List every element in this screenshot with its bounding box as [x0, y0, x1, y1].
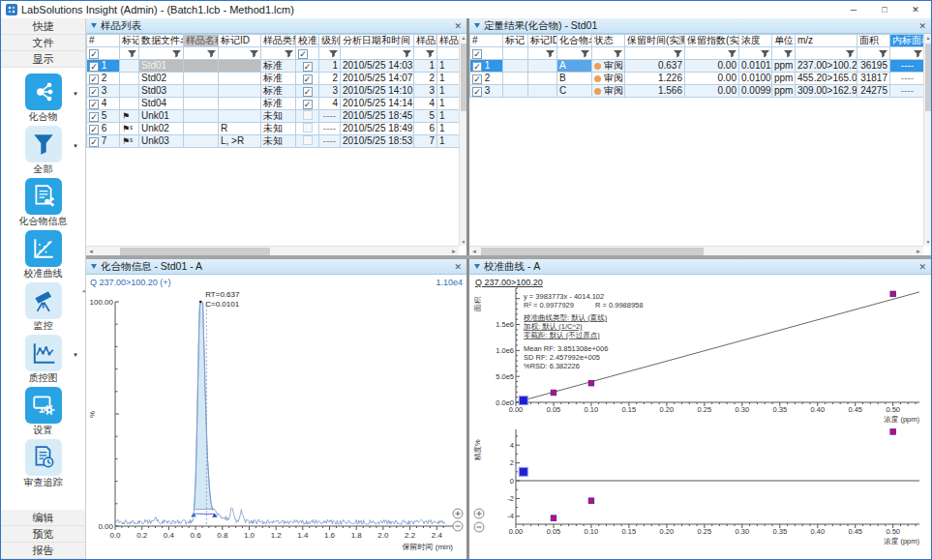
- checkbox[interactable]: [89, 87, 99, 97]
- row-select-cell[interactable]: 7: [87, 135, 120, 148]
- column-header[interactable]: 保留时间(实测): [625, 35, 685, 47]
- checkbox[interactable]: [303, 100, 313, 109]
- sidebar-menu-3[interactable]: 显示: [1, 51, 85, 68]
- scroll-left-icon[interactable]: ◄: [469, 247, 479, 255]
- scroll-down-icon[interactable]: ▼: [924, 238, 931, 246]
- sidebar-tool-化合物[interactable]: ▼化合物: [1, 74, 85, 123]
- filter-cell[interactable]: [296, 47, 319, 60]
- sidebar-collapse-arrow[interactable]: ◂: [81, 287, 85, 295]
- checkbox[interactable]: [303, 87, 313, 97]
- mark-id-cell[interactable]: R: [219, 123, 261, 135]
- column-header[interactable]: 样品名称: [184, 35, 219, 47]
- accuracy-point-selected[interactable]: [519, 467, 527, 476]
- checkbox[interactable]: [89, 49, 99, 59]
- mark-id-cell[interactable]: [219, 98, 261, 110]
- sample-row[interactable]: 7⚑ˢUnk03L, >R未知----2010/5/25 18:53:2171: [87, 135, 460, 148]
- filter-cell[interactable]: [685, 47, 739, 60]
- column-header[interactable]: 分析日期和时间: [341, 35, 414, 47]
- scroll-right-icon[interactable]: ►: [914, 247, 923, 255]
- column-header[interactable]: 化合物名称: [557, 35, 592, 47]
- sidebar-tool-校准曲线[interactable]: 校准曲线: [1, 230, 85, 280]
- collapse-icon[interactable]: [91, 264, 97, 269]
- vertical-splitter[interactable]: [466, 18, 469, 559]
- sidebar-menu-2[interactable]: 文件: [1, 35, 85, 51]
- sample-row[interactable]: 4Std04标准42010/5/25 14:14:2141: [87, 98, 460, 110]
- mark-id-cell[interactable]: [219, 110, 261, 123]
- filter-cell[interactable]: [319, 47, 341, 60]
- panel-close-icon[interactable]: ✕: [454, 21, 462, 31]
- column-header[interactable]: 面积: [857, 35, 890, 47]
- sidebar-menu-bottom-1[interactable]: 编辑: [1, 510, 85, 526]
- scroll-left-icon[interactable]: ◄: [86, 247, 96, 255]
- panel-close-icon[interactable]: ✕: [454, 262, 462, 272]
- row-select-cell[interactable]: 2: [87, 73, 120, 85]
- checkbox[interactable]: [89, 112, 99, 122]
- calibration-point[interactable]: [890, 291, 896, 297]
- zoom-in-button[interactable]: [453, 509, 463, 518]
- row-select-cell[interactable]: 3: [470, 85, 503, 98]
- compound-cell[interactable]: C: [557, 85, 592, 98]
- checkbox[interactable]: [303, 135, 313, 145]
- filter-cell[interactable]: [261, 47, 296, 60]
- sample-list-hscrollbar[interactable]: ◄►: [86, 246, 459, 255]
- filter-cell[interactable]: [625, 47, 685, 60]
- istd-area-cell[interactable]: ----: [890, 60, 925, 73]
- sidebar-menu-bottom-3[interactable]: 报告: [1, 543, 85, 559]
- column-header[interactable]: 标记ID: [528, 35, 557, 47]
- sample-row[interactable]: 2Std02标准22010/5/25 14:07:0021: [87, 73, 460, 85]
- data-file-cell[interactable]: Std02: [139, 73, 184, 85]
- filter-cell[interactable]: [739, 47, 772, 60]
- chevron-down-icon[interactable]: ▼: [73, 91, 78, 97]
- close-button[interactable]: ✕: [900, 1, 931, 18]
- filter-cell[interactable]: [139, 47, 184, 60]
- scroll-up-icon[interactable]: ▲: [460, 34, 466, 42]
- zoom-out-button[interactable]: [453, 521, 463, 531]
- sample-row[interactable]: 6⚑ˢUnk02R未知----2010/5/25 18:49:4061: [87, 123, 460, 135]
- column-header[interactable]: m/z: [796, 35, 857, 47]
- calibration-point[interactable]: [588, 380, 594, 386]
- channel-label[interactable]: Q 237.00>100.20 (+): [90, 278, 171, 287]
- column-header[interactable]: 标记: [120, 35, 139, 47]
- column-header[interactable]: 样品瓶: [414, 35, 437, 47]
- data-file-cell[interactable]: Std01: [139, 60, 184, 73]
- checkbox[interactable]: [303, 123, 313, 133]
- scroll-down-icon[interactable]: ▼: [460, 238, 466, 246]
- filter-cell[interactable]: [890, 47, 925, 60]
- collapse-icon[interactable]: [91, 23, 97, 28]
- quant-row[interactable]: 3C审阅1.5660.000.0099ppm309.00>162.9524275…: [470, 85, 925, 98]
- filter-cell[interactable]: [557, 47, 592, 60]
- sidebar-tool-化合物信息[interactable]: 化合物信息: [1, 178, 85, 227]
- collapse-icon[interactable]: [474, 23, 480, 28]
- column-header[interactable]: 样品盘: [437, 35, 460, 47]
- chevron-down-icon[interactable]: ▼: [73, 143, 78, 149]
- minimize-button[interactable]: ─: [838, 1, 869, 18]
- filter-cell[interactable]: [219, 47, 261, 60]
- sidebar-menu-bottom-2[interactable]: 预览: [1, 526, 85, 543]
- filter-cell[interactable]: [503, 47, 528, 60]
- filter-cell[interactable]: [437, 47, 460, 60]
- calibration-point[interactable]: [551, 390, 556, 396]
- status-cell[interactable]: 审阅: [592, 60, 625, 73]
- horizontal-splitter[interactable]: [86, 255, 931, 259]
- checkbox[interactable]: [472, 62, 482, 72]
- checkbox[interactable]: [472, 87, 482, 97]
- filter-cell[interactable]: [341, 47, 414, 60]
- data-file-cell[interactable]: Std04: [139, 98, 184, 110]
- column-header[interactable]: #: [87, 35, 120, 47]
- data-file-cell[interactable]: Std03: [139, 85, 184, 98]
- quant-row[interactable]: 1A审阅0.6370.000.0101ppm237.00>100.2036195…: [470, 60, 925, 73]
- scroll-thumb[interactable]: [481, 248, 704, 255]
- mark-id-cell[interactable]: L, >R: [219, 135, 261, 148]
- checkbox[interactable]: [89, 100, 99, 109]
- scroll-up-icon[interactable]: ▲: [924, 34, 931, 42]
- panel-close-icon[interactable]: ✕: [918, 262, 926, 272]
- filter-cell[interactable]: [796, 47, 857, 60]
- quant-hscrollbar[interactable]: ◄►: [469, 246, 923, 255]
- mark-id-cell[interactable]: [219, 60, 261, 73]
- column-header[interactable]: 校准点: [296, 35, 319, 47]
- filter-cell[interactable]: [772, 47, 796, 60]
- checkbox[interactable]: [303, 74, 313, 84]
- quant-row[interactable]: 2B审阅1.2260.000.0100ppm455.20>165.0531817…: [470, 73, 925, 85]
- row-select-cell[interactable]: 4: [87, 98, 120, 110]
- row-select-cell[interactable]: 2: [470, 73, 503, 85]
